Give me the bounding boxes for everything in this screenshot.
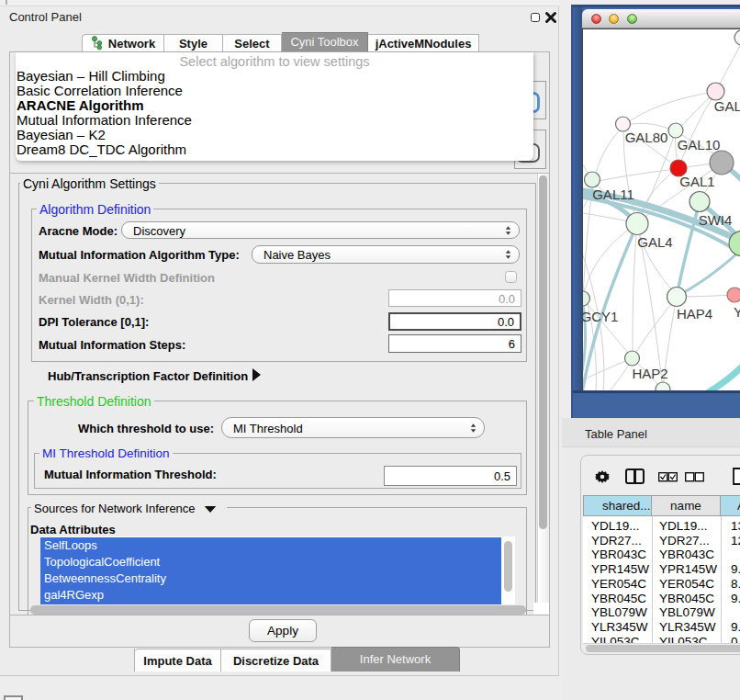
svg-text:GAL10: GAL10 — [678, 137, 721, 152]
svg-text:HAP4: HAP4 — [677, 306, 712, 322]
svg-text:SWI4: SWI4 — [699, 212, 733, 228]
svg-text:HAP2: HAP2 — [632, 366, 667, 381]
svg-text:GCY1: GCY1 — [583, 309, 618, 324]
svg-text:GAL7: GAL7 — [714, 98, 740, 114]
svg-text:GAL11: GAL11 — [592, 186, 634, 202]
svg-text:Y: Y — [734, 304, 740, 320]
svg-text:GAL1: GAL1 — [679, 174, 714, 189]
svg-text:GAL80: GAL80 — [625, 130, 668, 145]
svg-text:GAL4: GAL4 — [637, 234, 672, 250]
